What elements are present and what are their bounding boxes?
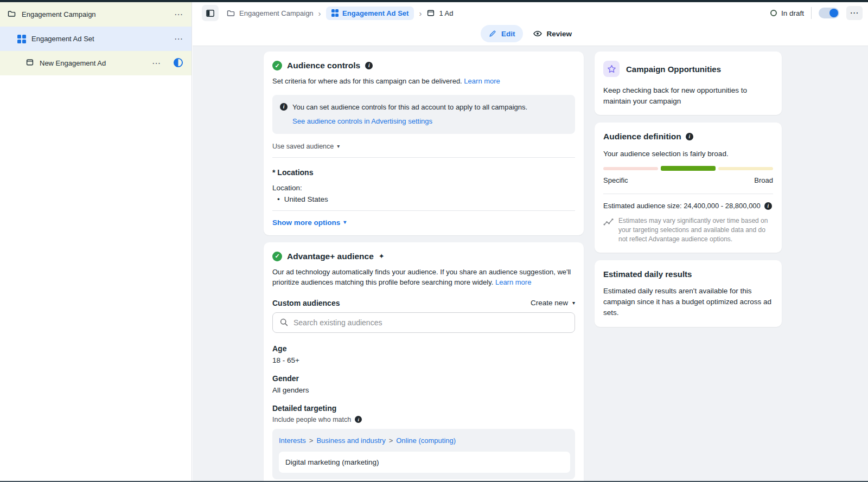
show-more-options-link[interactable]: Show more options ▾ [272,218,346,227]
edit-tab[interactable]: Edit [481,25,523,42]
gender-label: Gender [272,374,575,383]
gauge-segment-specific [603,167,658,170]
ads-manager-window: Engagement Campaign ⋯ Engagement Ad Set … [0,0,868,482]
more-options-icon[interactable]: ⋯ [152,59,161,68]
more-menu-button[interactable]: ⋯ [846,6,863,20]
campaign-tree-sidebar: Engagement Campaign ⋯ Engagement Ad Set … [0,2,192,481]
draft-half-circle-icon [173,57,183,69]
content-scroll-area[interactable]: ✓ Audience controls i Set criteria for w… [193,46,868,481]
view-mode-tabs: Edit Review [481,25,572,42]
divider [272,157,575,158]
active-toggle[interactable] [819,8,839,18]
detailed-targeting-box: Interests > Business and industry > Onli… [272,429,575,479]
window-top-edge [0,0,868,2]
section-title: Audience controls [287,61,360,70]
scale-specific-label: Specific [603,176,628,184]
insights-column: Campaign Opportunities Keep checking bac… [595,52,782,327]
check-circle-icon: ✓ [272,252,282,261]
ad-frame-icon [426,9,435,17]
gender-value: All genders [272,386,575,394]
use-saved-audience-dropdown[interactable]: Use saved audience ▾ [272,143,575,150]
gauge-segment-active [661,166,716,171]
sidebar-item-campaign[interactable]: Engagement Campaign ⋯ [0,2,192,27]
custom-audiences-label: Custom audiences [272,299,340,307]
learn-more-link[interactable]: Learn more [464,77,500,85]
chevron-right-icon: › [419,9,422,17]
interest-path-link[interactable]: Business and industry [316,436,385,445]
info-icon[interactable]: i [365,62,373,69]
info-icon: i [280,103,288,111]
learn-more-link[interactable]: Learn more [495,278,531,286]
draft-status-icon [770,10,777,16]
ad-frame-icon [25,58,34,68]
check-circle-icon: ✓ [272,61,282,70]
age-value: 18 - 65+ [272,356,575,364]
estimated-daily-results-card: Estimated daily results Estimated daily … [595,260,782,327]
trend-chart-icon [603,217,614,226]
detailed-targeting-label: Detailed targeting [272,404,575,413]
folder-icon [7,9,16,20]
interest-path-link[interactable]: Interests [279,436,306,445]
interest-path-link[interactable]: Online (computing) [396,436,456,445]
scale-broad-label: Broad [754,176,773,184]
path-separator: > [309,436,314,445]
collapse-sidebar-button[interactable] [202,5,219,21]
account-controls-info-box: i You can set audience controls for this… [272,95,575,134]
sidebar-item-label: New Engagement Ad [40,59,106,67]
folder-icon [226,9,235,17]
breadcrumb-campaign[interactable]: Engagement Campaign [226,9,314,17]
sidebar-item-label: Engagement Campaign [22,10,96,18]
gauge-scale-labels: Specific Broad [603,176,773,184]
panel-toggle-icon [205,8,215,18]
section-description: Our ad technology automatically finds yo… [272,267,575,288]
info-icon[interactable]: i [764,202,772,210]
locations-heading: * Locations [272,168,575,177]
adset-grid-icon [17,35,26,43]
settings-column: ✓ Audience controls i Set criteria for w… [264,52,584,481]
audience-controls-card: ✓ Audience controls i Set criteria for w… [264,52,584,235]
review-tab[interactable]: Review [533,29,572,38]
more-options-icon[interactable]: ⋯ [174,10,183,19]
info-box-text: You can set audience controls for this a… [292,102,527,113]
audience-search-box [272,312,575,333]
card-body: Keep checking back for new opportunities… [603,85,773,106]
audience-breadth-text: Your audience selection is fairly broad. [603,150,773,158]
caret-down-icon: ▾ [572,300,575,306]
interest-item[interactable]: Digital marketing (marketing) [279,452,570,473]
more-options-icon[interactable]: ⋯ [174,35,183,43]
campaign-opportunities-card: Campaign Opportunities Keep checking bac… [595,52,782,115]
sidebar-item-ad[interactable]: New Engagement Ad ⋯ [0,51,192,75]
interest-path: Interests > Business and industry > Onli… [279,436,570,445]
info-icon[interactable]: i [355,416,362,423]
status-cluster: In draft ⋯ [770,5,863,21]
bullet-icon: • [277,195,280,203]
path-separator: > [389,436,393,445]
search-audiences-input[interactable] [293,318,568,327]
caret-down-icon: ▾ [337,144,340,149]
audience-breadth-gauge [603,166,773,171]
location-value: • United States [272,195,575,203]
card-title: Estimated daily results [603,269,773,279]
create-new-dropdown[interactable]: Create new ▾ [531,299,575,307]
info-icon[interactable]: i [686,133,693,140]
more-options-icon: ⋯ [850,9,859,17]
sparkle-icon: ✦ [379,252,385,260]
divider [811,7,812,19]
top-bar: Engagement Campaign › Engagement Ad Set … [193,2,868,46]
advantage-audience-card: ✓ Advantage+ audience ✦ Our ad technolog… [264,242,584,481]
breadcrumb: Engagement Campaign › Engagement Ad Set … [226,6,453,20]
breadcrumb-ad[interactable]: 1 Ad [426,9,453,17]
sidebar-item-adset[interactable]: Engagement Ad Set ⋯ [0,27,192,51]
card-title: Campaign Opportunities [626,65,721,74]
status-badge: In draft [770,9,804,17]
advertising-settings-link[interactable]: See audience controls in Advertising set… [292,116,567,127]
breadcrumb-adset[interactable]: Engagement Ad Set [326,7,414,20]
age-label: Age [272,344,575,353]
card-body: Estimated daily results aren't available… [603,286,773,319]
divider [603,194,773,194]
star-icon [607,64,617,74]
adset-grid-icon [331,9,339,17]
gauge-segment-broad [718,167,773,170]
audience-definition-card: Audience definition i Your audience sele… [595,123,782,252]
divider [272,210,575,211]
